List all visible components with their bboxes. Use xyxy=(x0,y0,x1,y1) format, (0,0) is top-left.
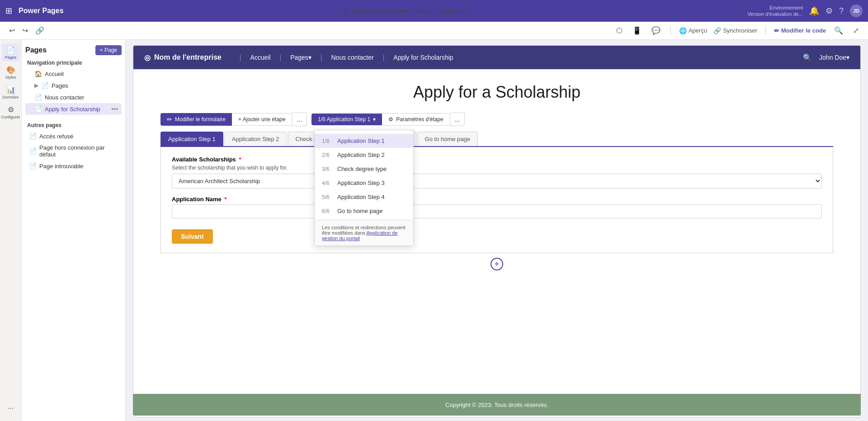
step-num-4: 4/6 xyxy=(322,180,333,186)
step-dropdown-note: Les conditions et redirections peuvent ê… xyxy=(315,220,413,246)
form-tabs: Application Step 1 Application Step 2 Ch… xyxy=(160,132,833,147)
ajouter-etape-button[interactable]: + Ajouter une étape xyxy=(232,113,292,126)
more-form-button[interactable]: ... xyxy=(292,113,307,126)
more-step-button[interactable]: ... xyxy=(450,113,465,126)
nav-link-accueil[interactable]: Accueil xyxy=(250,54,270,61)
modifier-formulaire-button[interactable]: ✏ Modifier le formulaire xyxy=(160,113,232,126)
more-options-icon[interactable]: ••• xyxy=(111,105,118,113)
nav-item-apply-scholarship[interactable]: 📄 Apply for Scholarship ••• xyxy=(25,103,122,115)
nav-link-nous-contacter[interactable]: Nous contacter xyxy=(331,54,374,61)
styles-icon: 🎨 xyxy=(6,66,15,74)
logo-text: Nom de l'entreprise xyxy=(154,53,222,61)
sync-icon2: 🔗 xyxy=(713,27,721,34)
synchroniser-button[interactable]: 🔗 Synchroniser xyxy=(713,27,757,34)
gear-icon[interactable]: ⚙ xyxy=(826,6,833,16)
portal-user[interactable]: John Doe▾ xyxy=(819,54,849,61)
tab-step1[interactable]: Application Step 1 xyxy=(160,132,223,146)
secondbar-right: ⬡ 📱 💬 🌐 Aperçu 🔗 Synchroniser ✏ Modifier… xyxy=(614,25,861,36)
nav-label-acces-refuse: Accès refusé xyxy=(39,133,73,140)
configurer-icon: ⚙ xyxy=(8,105,14,114)
apercu-button[interactable]: 🌐 Aperçu xyxy=(679,27,707,34)
pages-panel-title: Pages xyxy=(25,46,47,54)
step-num-3: 3/6 xyxy=(322,166,333,172)
dropdown-icon[interactable]: ▾ xyxy=(465,8,468,14)
link-button[interactable]: 🔗 xyxy=(33,25,46,36)
home-icon: 🏠 xyxy=(34,70,42,77)
step-dropdown-item-3[interactable]: 3/6 Check degree type xyxy=(315,162,413,176)
step-label-1: Application Step 1 xyxy=(337,137,385,144)
nav-item-page-hors-connexion[interactable]: 📄 Page hors connexion par défaut xyxy=(25,142,122,160)
modify-code-label: Modifier le code xyxy=(781,27,826,34)
avatar[interactable]: JD xyxy=(850,5,863,17)
sidebar-item-donnees[interactable]: 📊 Données xyxy=(2,83,20,101)
footer-text: Copyright © 2023. Tous droits réservés. xyxy=(445,402,548,408)
step-dropdown-item-4[interactable]: 4/6 Application Step 3 xyxy=(315,176,413,190)
undo-button[interactable]: ↩ xyxy=(7,25,17,36)
grid-icon[interactable]: ⊞ xyxy=(5,6,12,16)
icon-sidebar: 📄 Pages 🎨 Styles 📊 Données ⚙ Configurer … xyxy=(0,40,22,421)
search-icon[interactable]: 🔍 xyxy=(803,53,812,62)
ajouter-etape-label: + Ajouter une étape xyxy=(238,116,285,123)
step-dropdown-item-6[interactable]: 6/6 Go to home page xyxy=(315,204,413,218)
suivant-button[interactable]: Suivant xyxy=(172,229,213,244)
tab-step2-label: Application Step 2 xyxy=(232,136,279,142)
share-icon[interactable]: ⬡ xyxy=(614,25,624,36)
form-toolbar: ✏ Modifier le formulaire + Ajouter une é… xyxy=(160,113,833,126)
sidebar-item-styles[interactable]: 🎨 Styles xyxy=(2,63,20,81)
step-label-6: Go to home page xyxy=(337,208,382,214)
parametres-icon: ⚙ xyxy=(388,116,393,123)
add-page-button[interactable]: + Page xyxy=(95,45,122,55)
scholarships-select[interactable]: American Architect Scholarship xyxy=(172,174,822,189)
add-section-button[interactable]: + xyxy=(491,258,503,270)
nav-item-pages[interactable]: ▶ 📄 Pages xyxy=(25,80,122,91)
nav-item-nous-contacter[interactable]: 📄 Nous contacter xyxy=(25,91,122,103)
site-info: ⟳ tutorial-multistep-forms - Privé - Enr… xyxy=(68,7,743,14)
step-dropdown-item-2[interactable]: 2/6 Application Step 2 xyxy=(315,148,413,162)
pages-panel: Pages + Page Navigation principale 🏠 Acc… xyxy=(22,40,126,421)
page-icon: 📄 xyxy=(41,82,49,89)
expand-icon[interactable]: ⤢ xyxy=(851,25,861,36)
tab-home[interactable]: Go to home page xyxy=(417,132,478,146)
zoom-icon[interactable]: 🔍 xyxy=(832,25,845,36)
divider xyxy=(670,26,671,35)
required-star2: * xyxy=(224,196,226,203)
apercu-icon: 🌐 xyxy=(679,27,687,34)
sidebar-item-configurer[interactable]: ⚙ Configurer xyxy=(2,103,20,121)
step-label-4: Application Step 3 xyxy=(337,180,385,186)
nav-item-acces-refuse[interactable]: 📄 Accès refusé xyxy=(25,130,122,142)
apercu-label: Aperçu xyxy=(689,27,707,34)
nav-item-page-introuvable[interactable]: 📄 Page introuvable xyxy=(25,160,122,172)
tab-step1-label: Application Step 1 xyxy=(168,136,216,142)
step-dropdown-item-1[interactable]: 1/6 Application Step 1 xyxy=(315,134,413,148)
step-dropdown-item-5[interactable]: 5/6 Application Step 4 xyxy=(315,190,413,204)
env-name: Version d'évaluation de... xyxy=(747,11,803,17)
help-icon[interactable]: ? xyxy=(839,6,844,16)
synchroniser-label: Synchroniser xyxy=(723,27,757,34)
app-name-field: Application Name * xyxy=(172,196,822,218)
tab-step2[interactable]: Application Step 2 xyxy=(224,132,287,146)
nav-link-apply-scholarship[interactable]: Apply for Scholarship xyxy=(393,54,453,61)
redo-button[interactable]: ↪ xyxy=(20,25,30,36)
topbar-right: Environnement Version d'évaluation de...… xyxy=(747,5,863,18)
modify-code-button[interactable]: ✏ Modifier le code xyxy=(774,27,826,34)
parametres-etape-button[interactable]: ⚙ Paramètres d'étape xyxy=(382,113,450,126)
nav-label-apply-scholarship: Apply for Scholarship xyxy=(45,106,100,113)
nav-label-introuvable: Page introuvable xyxy=(39,163,84,170)
sidebar-item-pages[interactable]: 📄 Pages xyxy=(2,43,20,61)
step-dropdown: 1/6 Application Step 1 2/6 Application S… xyxy=(314,130,414,246)
donnees-icon: 📊 xyxy=(6,85,15,94)
nav-item-accueil[interactable]: 🏠 Accueil xyxy=(25,68,122,80)
other-pages-section-title: Autres pages xyxy=(27,122,122,128)
nav-link-pages[interactable]: Pages▾ xyxy=(290,54,311,61)
styles-label: Styles xyxy=(5,75,16,80)
step-label-5: Application Step 4 xyxy=(337,194,385,200)
bell-icon[interactable]: 🔔 xyxy=(809,6,819,16)
nav-label-nous-contacter: Nous contacter xyxy=(45,94,84,101)
app-name-input[interactable] xyxy=(172,204,822,218)
step-nav-button[interactable]: 1/6 Application Step 1 ▾ xyxy=(311,114,382,125)
app-name-label: Application Name * xyxy=(172,196,822,203)
nav-sep1: | xyxy=(240,54,241,61)
preview-device-icon[interactable]: 📱 xyxy=(631,25,643,36)
comments-icon[interactable]: 💬 xyxy=(650,25,662,36)
sidebar-more[interactable]: ··· xyxy=(2,399,20,417)
